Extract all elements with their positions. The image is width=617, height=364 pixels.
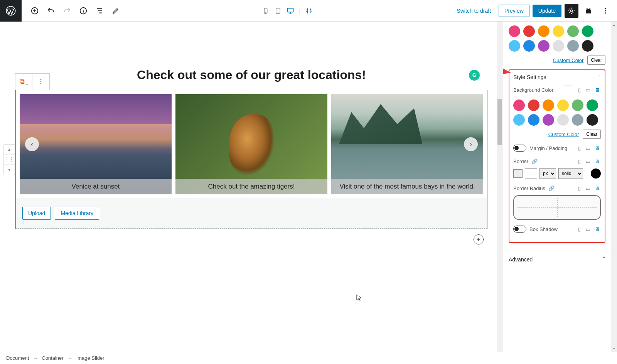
color-swatch[interactable]	[587, 99, 598, 111]
block-type-icon[interactable]: ⧉•••	[15, 74, 32, 90]
border-width-input[interactable]	[525, 168, 537, 179]
color-swatch[interactable]	[513, 114, 525, 126]
color-swatch[interactable]	[557, 114, 569, 126]
color-swatch[interactable]	[553, 40, 564, 52]
image-slider-block[interactable]: ⧉••• ▴ ⋮⋮ ▾ ‹ › Venice at sunset	[15, 90, 487, 229]
color-swatch[interactable]	[538, 40, 550, 52]
breadcrumb-image-slider[interactable]: Image Slider	[76, 355, 105, 361]
color-swatch[interactable]	[528, 114, 539, 126]
undo-icon[interactable]	[44, 4, 58, 18]
bs-desktop-icon[interactable]: 🖥	[593, 225, 601, 233]
radius-tr-input[interactable]: -	[580, 198, 581, 203]
color-swatch[interactable]	[509, 40, 520, 52]
block-more-icon[interactable]	[32, 74, 49, 90]
info-icon[interactable]	[76, 4, 90, 18]
settings-button[interactable]	[565, 4, 578, 18]
slide-caption[interactable]: Venice at sunset	[20, 179, 172, 194]
slider-prev-button[interactable]: ‹	[25, 137, 39, 151]
color-swatch[interactable]	[523, 40, 535, 52]
scroll-up-icon[interactable]: ▴	[611, 22, 617, 28]
radius-tl-input[interactable]: -	[533, 198, 534, 203]
slider-next-button[interactable]: ›	[464, 137, 478, 151]
border-link-icon[interactable]: 🔗	[531, 158, 538, 164]
color-swatch[interactable]	[528, 99, 539, 111]
color-swatch[interactable]	[543, 114, 554, 126]
color-swatch[interactable]	[587, 114, 598, 126]
mp-mobile-icon[interactable]: ▯	[575, 144, 583, 152]
box-shadow-toggle[interactable]	[513, 226, 526, 233]
drag-handle-icon[interactable]: ⋮⋮	[4, 155, 15, 165]
breadcrumb-document[interactable]: Document	[6, 355, 29, 361]
radius-tablet-icon[interactable]: ▭	[584, 184, 592, 192]
border-unit-select[interactable]: px	[539, 168, 556, 179]
bs-mobile-icon[interactable]: ▯	[575, 225, 583, 233]
redo-icon[interactable]	[60, 4, 74, 18]
slide-caption[interactable]: Check out the amazing tigers!	[175, 179, 327, 194]
custom-color-link[interactable]: Custom Color	[553, 57, 583, 63]
border-desktop-icon[interactable]: 🖥	[593, 157, 601, 165]
color-swatch[interactable]	[538, 25, 550, 37]
media-library-button[interactable]: Media Library	[55, 207, 99, 220]
more-options-icon[interactable]	[598, 4, 612, 18]
mp-desktop-icon[interactable]: 🖥	[593, 144, 601, 152]
preview-button[interactable]: Preview	[499, 5, 529, 17]
slide-3[interactable]: Visit one of the most famous bays in the…	[331, 94, 483, 194]
color-swatch[interactable]	[523, 25, 535, 37]
breadcrumb-container[interactable]: Container	[42, 355, 63, 361]
outline-icon[interactable]	[93, 4, 106, 18]
background-color-swatch[interactable]	[564, 86, 572, 94]
add-block-icon[interactable]	[28, 4, 42, 18]
sidebar-scrollbar[interactable]: ▴ ▾	[611, 22, 617, 352]
border-radius-control[interactable]: - - - -	[513, 195, 601, 220]
slide-caption[interactable]: Visit one of the most famous bays in the…	[331, 179, 483, 194]
color-swatch[interactable]	[509, 25, 520, 37]
mp-tablet-icon[interactable]: ▭	[584, 144, 592, 152]
color-swatch[interactable]	[557, 99, 569, 111]
bs-tablet-icon[interactable]: ▭	[584, 225, 592, 233]
grammarly-icon[interactable]: G	[469, 70, 480, 81]
border-side-selector[interactable]	[513, 169, 523, 178]
wordpress-logo[interactable]	[0, 0, 22, 22]
custom-color-link-bg[interactable]: Custom Color	[548, 131, 579, 137]
edit-icon[interactable]	[109, 4, 123, 18]
responsive-toggle-icon[interactable]	[303, 5, 314, 16]
bg-mobile-icon[interactable]: ▯	[575, 86, 583, 94]
border-mobile-icon[interactable]: ▯	[575, 157, 583, 165]
desktop-preview-icon[interactable]	[285, 5, 296, 16]
bg-tablet-icon[interactable]: ▭	[584, 86, 592, 94]
move-up-button[interactable]: ▴	[4, 145, 15, 155]
color-swatch[interactable]	[572, 99, 583, 111]
radius-br-input[interactable]: -	[580, 212, 581, 217]
color-swatch[interactable]	[543, 99, 554, 111]
slide-1[interactable]: Venice at sunset	[20, 94, 172, 194]
color-swatch[interactable]	[553, 25, 564, 37]
upload-button[interactable]: Upload	[22, 207, 51, 220]
margin-padding-toggle[interactable]	[513, 145, 526, 152]
plugin-button[interactable]	[582, 4, 595, 18]
radius-mobile-icon[interactable]: ▯	[575, 184, 583, 192]
canvas-scrollbar[interactable]	[497, 22, 503, 352]
radius-link-icon[interactable]: 🔗	[548, 185, 555, 191]
border-tablet-icon[interactable]: ▭	[584, 157, 592, 165]
border-color-swatch[interactable]	[591, 169, 601, 179]
style-settings-toggle[interactable]: Style Settings ˄	[513, 74, 601, 80]
editor-canvas[interactable]: Check out some of our great locations! G…	[0, 22, 503, 352]
color-swatch[interactable]	[567, 40, 579, 52]
color-swatch[interactable]	[582, 40, 593, 52]
mobile-preview-icon[interactable]	[260, 5, 271, 16]
move-down-button[interactable]: ▾	[4, 165, 15, 175]
color-swatch[interactable]	[572, 114, 583, 126]
radius-desktop-icon[interactable]: 🖥	[593, 184, 601, 192]
bg-desktop-icon[interactable]: 🖥	[593, 86, 601, 94]
page-heading[interactable]: Check out some of our great locations!	[137, 68, 366, 82]
switch-to-draft-button[interactable]: Switch to draft	[452, 5, 496, 17]
border-style-select[interactable]: solid	[558, 168, 583, 179]
color-swatch[interactable]	[567, 25, 579, 37]
advanced-panel-toggle[interactable]: Advanced ˅	[503, 251, 611, 268]
update-button[interactable]: Update	[533, 5, 561, 17]
scroll-down-icon[interactable]: ▾	[611, 345, 617, 352]
tablet-preview-icon[interactable]	[273, 5, 283, 16]
color-swatch[interactable]	[582, 25, 593, 37]
add-block-after-button[interactable]: +	[474, 234, 484, 244]
clear-bg-button[interactable]: Clear	[583, 130, 601, 139]
